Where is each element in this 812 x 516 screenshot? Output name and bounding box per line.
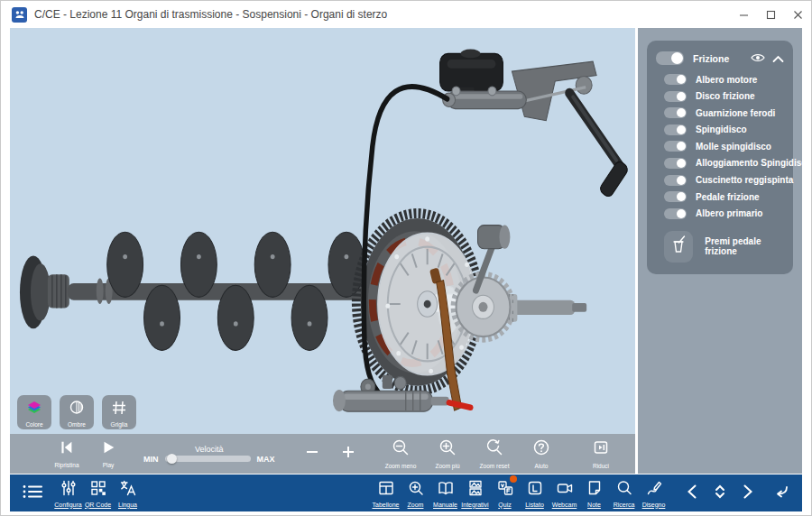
nav-manuale-label: Manuale: [433, 502, 457, 508]
zoom-reset-button[interactable]: Zoom reset: [471, 438, 518, 469]
nav-quiz[interactable]: Quiz: [490, 479, 520, 508]
speed-label: Velocità: [195, 445, 224, 454]
nav-manuale[interactable]: Manuale: [430, 479, 460, 508]
toggle-switch[interactable]: [664, 208, 687, 219]
nav-zoom-label: Zoom: [408, 502, 424, 508]
layer-label: Spingidisco: [696, 124, 747, 134]
listing-icon: [526, 479, 544, 501]
skip-to-start-icon: [59, 439, 75, 459]
app-logo-icon: [12, 7, 27, 23]
viewer-option-buttons: Colore Ombre: [17, 395, 136, 429]
nav-return-button[interactable]: [767, 484, 795, 503]
nav-ricerca[interactable]: Ricerca: [609, 479, 639, 508]
layer-row-disco-frizione: Disco frizione: [664, 90, 784, 103]
toggle-switch[interactable]: [664, 175, 687, 186]
color-button[interactable]: Colore: [17, 395, 51, 429]
toggle-switch[interactable]: [664, 158, 687, 169]
shadows-button[interactable]: Ombre: [60, 395, 94, 429]
press-pedal-icon: [669, 235, 687, 258]
nav-lingua[interactable]: Lingua: [113, 479, 143, 508]
minimize-button[interactable]: [730, 4, 757, 25]
zoom-out-button[interactable]: Zoom meno: [377, 438, 424, 469]
nav-listato[interactable]: Listato: [520, 479, 549, 508]
toggle-switch[interactable]: [664, 74, 687, 85]
toggle-switch[interactable]: [664, 107, 687, 118]
eye-icon[interactable]: [751, 51, 765, 67]
grid-button[interactable]: Griglia: [102, 395, 136, 429]
frizione-toggle[interactable]: [656, 51, 684, 65]
app-window: C/CE - Lezione 11 Organi di trasmissione…: [0, 0, 812, 516]
close-button[interactable]: [784, 4, 811, 25]
zoom-icon: [407, 479, 425, 501]
layer-label: Albero primario: [696, 208, 762, 218]
nav-integrativi[interactable]: Integrativi: [460, 479, 490, 508]
shadow-icon: [68, 399, 86, 420]
nav-tabellone-label: Tabellone: [373, 502, 400, 508]
zoom-reset-icon: [485, 438, 503, 460]
zoom-controls: Zoom meno Zoom più Zoom reset: [377, 438, 624, 469]
nav-configura[interactable]: Configura: [53, 479, 83, 508]
nav-next-button[interactable]: [734, 484, 761, 503]
speed-control: Velocità MIN MAX: [143, 445, 275, 464]
toggle-switch[interactable]: [664, 141, 687, 152]
minus-icon: [304, 444, 320, 464]
collapse-label: Riduci: [593, 463, 609, 469]
nav-disegno[interactable]: Disegno: [639, 479, 669, 508]
layer-row-guarnizione-ferodi: Guarnizione ferodi: [664, 106, 784, 119]
titlebar: C/CE - Lezione 11 Organi di trasmissione…: [1, 1, 811, 28]
menu-list-button[interactable]: [17, 483, 48, 504]
images-icon: [466, 479, 484, 501]
draw-icon: [645, 479, 663, 501]
collapse-icon: [592, 438, 610, 460]
nav-note[interactable]: Note: [579, 479, 609, 508]
collapse-button[interactable]: Riduci: [577, 438, 624, 469]
press-pedal-button[interactable]: [664, 231, 693, 263]
right-sidebar: Frizione Albero motore: [638, 28, 802, 474]
speed-decrease-button[interactable]: [299, 440, 326, 467]
grid-icon: [110, 399, 128, 420]
qr-code-icon: [89, 479, 107, 501]
nav-zoom[interactable]: Zoom: [401, 479, 430, 508]
window-controls: [730, 4, 811, 25]
help-button[interactable]: Aiuto: [518, 438, 565, 469]
layer-row-albero-motore: Albero motore: [664, 73, 784, 86]
board-icon: [377, 479, 395, 501]
speed-slider-knob[interactable]: [167, 454, 177, 464]
nav-expand-button[interactable]: [706, 484, 734, 503]
grid-button-label: Griglia: [111, 421, 128, 429]
play-label: Play: [103, 462, 115, 468]
list-icon: [22, 483, 43, 504]
toggle-switch[interactable]: [664, 191, 687, 202]
chevron-up-icon[interactable]: [772, 51, 784, 67]
help-icon: [532, 438, 550, 460]
layer-row-cuscinetto-reggispinta: Cuscinetto reggispinta: [664, 174, 784, 187]
nav-qr-code[interactable]: QR Code: [83, 479, 113, 508]
viewer-3d[interactable]: Colore Ombre: [10, 28, 635, 474]
toggle-switch[interactable]: [664, 91, 687, 102]
speed-slider[interactable]: [165, 456, 251, 462]
press-pedal-label: Premi pedale frizione: [705, 236, 784, 256]
shadows-button-label: Ombre: [68, 421, 86, 429]
nav-tabellone[interactable]: Tabellone: [371, 479, 401, 508]
nav-listato-label: Listato: [525, 502, 544, 508]
nav-webcam[interactable]: Webcam: [549, 479, 579, 508]
play-icon: [100, 439, 116, 459]
translate-icon: [119, 479, 137, 501]
play-button[interactable]: Play: [88, 439, 129, 468]
bottom-navbar: Configura QR Code Lingua: [10, 475, 802, 511]
nav-qr-code-label: QR Code: [85, 502, 111, 508]
toggle-switch[interactable]: [664, 124, 687, 135]
window-title: C/CE - Lezione 11 Organi di trasmissione…: [34, 8, 387, 21]
sliders-icon: [60, 479, 78, 501]
speed-increase-button[interactable]: [335, 440, 362, 467]
quiz-notification-badge: [510, 475, 517, 483]
restart-button[interactable]: Ripristina: [46, 439, 88, 468]
nav-note-label: Note: [587, 502, 601, 508]
playback-controlbar: Ripristina Play Velocità MIN MAX: [10, 434, 635, 474]
layer-label: Guarnizione ferodi: [696, 108, 775, 118]
maximize-button[interactable]: [757, 4, 784, 25]
layer-label: Molle spingidisco: [696, 142, 771, 152]
layers-panel-header: Frizione: [656, 51, 784, 66]
zoom-in-button[interactable]: Zoom più: [424, 438, 471, 469]
nav-previous-button[interactable]: [678, 484, 706, 503]
